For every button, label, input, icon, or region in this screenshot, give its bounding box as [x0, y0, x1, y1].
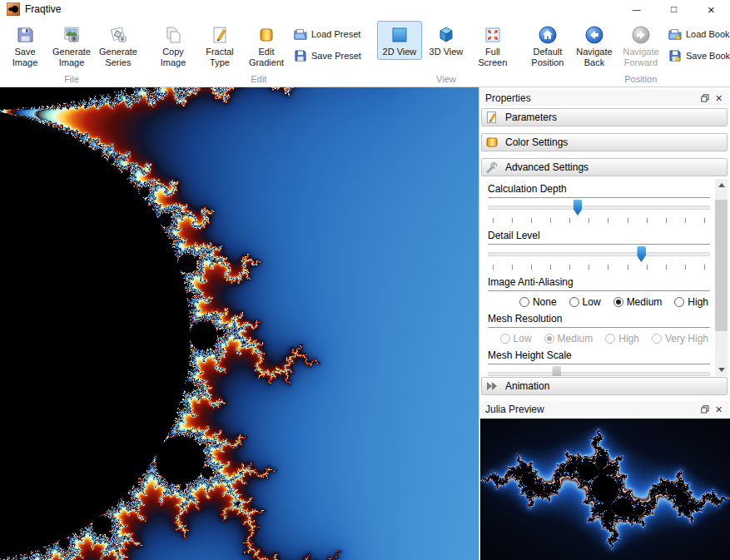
julia-float-button[interactable]	[698, 403, 712, 415]
slider-ticks	[493, 265, 705, 270]
slider-ticks	[493, 218, 705, 223]
radio-circle	[519, 297, 529, 307]
mesh-resolution-medium-radio: Medium	[544, 333, 593, 344]
mesh-height-scale-label: Mesh Height Scale	[488, 349, 710, 364]
close-icon: ×	[708, 2, 715, 17]
properties-title: Properties	[485, 92, 698, 104]
anti-aliasing-medium-radio[interactable]: Medium	[613, 296, 663, 308]
anti-aliasing-high-radio[interactable]: High	[674, 296, 708, 308]
group-label-position: Position	[524, 74, 730, 87]
toolbar-group-file: Save Image Generate Image	[2, 20, 142, 87]
save-image-button[interactable]: Save Image	[2, 21, 47, 71]
parameters-icon	[485, 111, 499, 124]
section-color-settings[interactable]: Color Settings	[481, 133, 728, 151]
mesh-height-scale-slider	[488, 365, 710, 376]
bookmark-buttons: Load Bookmark Save Bookmark	[664, 20, 730, 62]
load-bookmark-button[interactable]: Load Bookmark	[668, 27, 730, 41]
copy-image-button[interactable]: Copy Image	[151, 21, 196, 71]
mesh-height-scale-handle	[552, 366, 561, 376]
properties-close-button[interactable]: ×	[712, 92, 726, 104]
scroll-down-icon[interactable]	[715, 364, 728, 376]
generate-series-button[interactable]: Generate Series	[96, 21, 141, 71]
radio-circle	[613, 297, 623, 307]
fractal-canvas[interactable]	[0, 87, 479, 560]
julia-preview-title: Julia Preview	[485, 404, 698, 415]
right-dock-area: Properties × Parameters	[479, 87, 730, 560]
generate-series-icon	[108, 25, 128, 45]
radio-circle	[674, 297, 684, 307]
detail-level-handle[interactable]	[637, 246, 646, 262]
navigate-forward-button[interactable]: Navigate Forward	[618, 21, 663, 71]
3d-view-icon	[436, 25, 456, 45]
scroll-up-icon[interactable]	[715, 179, 728, 191]
fractal-type-button[interactable]: Fractal Type	[197, 21, 242, 71]
radio-circle	[605, 334, 615, 344]
preset-buttons: Load Preset Save Preset	[290, 20, 368, 62]
2d-view-button[interactable]: 2D View	[377, 21, 422, 60]
group-label-view: View	[376, 74, 516, 87]
titlebar: Fraqtive — □ ×	[0, 0, 730, 18]
fractal-type-icon	[210, 25, 230, 45]
app-window: Fraqtive — □ ×	[0, 0, 730, 560]
generate-image-button[interactable]: Generate Image	[49, 21, 94, 71]
section-advanced-settings[interactable]: Advanced Settings	[481, 158, 728, 176]
mesh-resolution-options: Low Medium High Very High	[488, 333, 708, 344]
maximize-icon: □	[671, 3, 677, 15]
anti-aliasing-low-radio[interactable]: Low	[569, 296, 601, 308]
full-screen-icon	[483, 25, 503, 45]
calculation-depth-slider[interactable]	[488, 199, 710, 225]
edit-gradient-icon	[256, 25, 276, 45]
edit-gradient-button[interactable]: Edit Gradient	[244, 21, 289, 71]
float-icon	[701, 94, 709, 102]
close-button[interactable]: ×	[693, 0, 730, 18]
mesh-resolution-high-radio: High	[605, 333, 639, 344]
3d-view-button[interactable]: 3D View	[424, 21, 469, 60]
save-bookmark-button[interactable]: Save Bookmark	[668, 49, 730, 62]
properties-float-button[interactable]	[698, 92, 712, 104]
anti-aliasing-label: Image Anti-Aliasing	[488, 275, 710, 291]
full-screen-button[interactable]: Full Screen	[470, 21, 515, 71]
save-preset-button[interactable]: Save Preset	[294, 49, 361, 62]
calculation-depth-label: Calculation Depth	[488, 182, 710, 198]
radio-circle	[544, 334, 554, 344]
toolbar-group-view: 2D View 3D View	[376, 20, 516, 87]
detail-level-slider[interactable]	[488, 245, 710, 271]
window-title: Fraqtive	[25, 3, 61, 15]
color-settings-icon	[485, 136, 499, 149]
save-image-icon	[15, 25, 35, 45]
2d-view-icon	[390, 25, 410, 45]
save-preset-icon	[294, 49, 307, 62]
navigate-back-button[interactable]: Navigate Back	[572, 21, 617, 71]
copy-image-icon	[163, 25, 183, 45]
animation-icon	[485, 379, 499, 393]
minimize-button[interactable]: —	[618, 0, 655, 18]
section-parameters[interactable]: Parameters	[481, 108, 728, 126]
app-icon	[7, 2, 20, 16]
minimize-icon: —	[633, 5, 641, 14]
load-bookmark-icon	[668, 27, 682, 41]
toolbar-group-edit: Copy Image Fractal Type	[150, 20, 368, 87]
main-toolbar: Save Image Generate Image	[0, 18, 730, 87]
detail-level-label: Detail Level	[488, 229, 710, 245]
section-animation[interactable]: Animation	[481, 377, 728, 395]
window-controls: — □ ×	[618, 0, 730, 18]
calculation-depth-handle[interactable]	[574, 200, 583, 216]
radio-circle	[500, 334, 510, 344]
group-label-file: File	[2, 74, 142, 87]
advanced-settings-scrollbar[interactable]	[715, 179, 728, 376]
anti-aliasing-none-radio[interactable]: None	[519, 296, 557, 308]
julia-preview-canvas[interactable]	[480, 419, 730, 560]
navigate-forward-icon	[631, 25, 651, 45]
load-preset-button[interactable]: Load Preset	[294, 27, 361, 41]
radio-circle	[569, 297, 579, 307]
julia-close-button[interactable]: ×	[712, 403, 726, 415]
save-bookmark-icon	[668, 49, 682, 62]
advanced-settings-icon	[485, 161, 499, 174]
anti-aliasing-options: None Low Medium High	[488, 296, 708, 308]
mesh-resolution-very-high-radio: Very High	[652, 333, 708, 344]
scrollbar-thumb[interactable]	[715, 200, 728, 331]
maximize-button[interactable]: □	[655, 0, 693, 18]
julia-preview-header: Julia Preview ×	[481, 401, 728, 417]
navigate-back-icon	[584, 25, 604, 45]
default-position-button[interactable]: Default Position	[525, 21, 570, 71]
